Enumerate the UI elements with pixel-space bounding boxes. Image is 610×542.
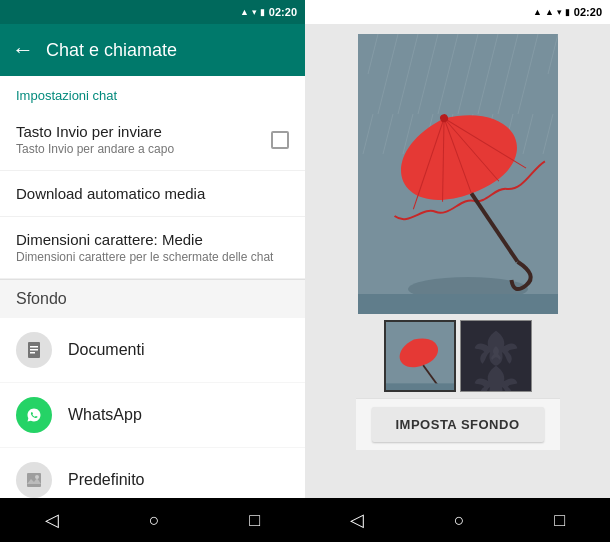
section-sfondo: Sfondo bbox=[0, 279, 305, 318]
source-whatsapp[interactable]: WhatsApp bbox=[0, 383, 305, 448]
setting-tasto-invio-title: Tasto Invio per inviare bbox=[16, 123, 271, 140]
svg-rect-45 bbox=[358, 294, 558, 314]
home-nav-left[interactable]: ○ bbox=[141, 502, 168, 539]
source-documenti[interactable]: Documenti bbox=[0, 318, 305, 383]
source-documenti-label: Documenti bbox=[68, 341, 144, 359]
toolbar-title: Chat e chiamate bbox=[46, 40, 177, 61]
thumbnail-row bbox=[378, 314, 538, 398]
setting-tasto-invio[interactable]: Tasto Invio per inviare Tasto Invio per … bbox=[0, 109, 305, 171]
thumbnail-damask-svg bbox=[461, 321, 531, 391]
section-impostazioni: Impostazioni chat bbox=[0, 76, 305, 109]
svg-rect-48 bbox=[386, 383, 454, 390]
set-button-area: IMPOSTA SFONDO bbox=[356, 398, 560, 450]
svg-rect-2 bbox=[30, 349, 38, 351]
source-whatsapp-label: WhatsApp bbox=[68, 406, 142, 424]
wallpaper-area: IMPOSTA SFONDO bbox=[305, 24, 610, 498]
back-button[interactable]: ← bbox=[12, 37, 34, 63]
umbrella-svg bbox=[358, 34, 558, 314]
svg-point-7 bbox=[35, 475, 39, 479]
docs-icon-bg bbox=[16, 332, 52, 368]
whatsapp-icon bbox=[23, 404, 45, 426]
right-panel: ▲ ▲ ▾ ▮ 02:20 bbox=[305, 0, 610, 542]
back-nav-left[interactable]: ◁ bbox=[37, 501, 67, 539]
settings-list: Impostazioni chat Tasto Invio per inviar… bbox=[0, 76, 305, 498]
status-bar-left: ▲ ▾ ▮ 02:20 bbox=[0, 0, 305, 24]
svg-rect-3 bbox=[30, 352, 35, 354]
status-bar-right: ▲ ▲ ▾ ▮ 02:20 bbox=[305, 0, 610, 24]
docs-icon bbox=[24, 340, 44, 360]
thumbnail-umbrella[interactable] bbox=[384, 320, 456, 392]
sfondo-label: Sfondo bbox=[16, 290, 67, 307]
setting-dimensioni-title: Dimensioni carattere: Medie bbox=[16, 231, 289, 248]
nav-bar-right: ◁ ○ □ bbox=[305, 498, 610, 542]
thumbnail-damask[interactable] bbox=[460, 320, 532, 392]
setting-download-title: Download automatico media bbox=[16, 185, 289, 202]
back-nav-right[interactable]: ◁ bbox=[342, 501, 372, 539]
wifi-icon-right: ▾ bbox=[557, 7, 562, 17]
setting-tasto-invio-content: Tasto Invio per inviare Tasto Invio per … bbox=[16, 123, 271, 156]
battery-icon-right: ▮ bbox=[565, 7, 570, 17]
battery-icon: ▮ bbox=[260, 7, 265, 17]
left-panel: ▲ ▾ ▮ 02:20 ← Chat e chiamate Impostazio… bbox=[0, 0, 305, 542]
predefinito-icon-bg bbox=[16, 462, 52, 498]
status-icons-left: ▲ ▾ ▮ bbox=[240, 7, 265, 17]
toolbar: ← Chat e chiamate bbox=[0, 24, 305, 76]
wifi-icon: ▾ bbox=[252, 7, 257, 17]
svg-rect-5 bbox=[27, 473, 41, 487]
signal-icon: ▲ bbox=[240, 7, 249, 17]
status-icons-right: ▲ ▲ ▾ ▮ bbox=[533, 7, 570, 17]
setting-download-content: Download automatico media bbox=[16, 185, 289, 202]
setting-dimensioni-content: Dimensioni carattere: Medie Dimensioni c… bbox=[16, 231, 289, 264]
home-nav-right[interactable]: ○ bbox=[446, 502, 473, 539]
thumbnail-umbrella-svg bbox=[386, 322, 454, 390]
setting-dimensioni-subtitle: Dimensioni carattere per le schermate de… bbox=[16, 250, 289, 264]
signal-icon-right: ▲ bbox=[545, 7, 554, 17]
setting-tasto-invio-subtitle: Tasto Invio per andare a capo bbox=[16, 142, 271, 156]
wallpaper-preview bbox=[358, 34, 558, 314]
recent-nav-right[interactable]: □ bbox=[546, 502, 573, 539]
recent-nav-left[interactable]: □ bbox=[241, 502, 268, 539]
predefinito-icon bbox=[24, 470, 44, 490]
time-right: 02:20 bbox=[574, 6, 602, 18]
source-predefinito-label: Predefinito bbox=[68, 471, 145, 489]
tasto-invio-checkbox[interactable] bbox=[271, 131, 289, 149]
notification-icon: ▲ bbox=[533, 7, 542, 17]
setting-dimensioni[interactable]: Dimensioni carattere: Medie Dimensioni c… bbox=[0, 217, 305, 279]
svg-rect-1 bbox=[30, 346, 38, 348]
setting-download[interactable]: Download automatico media bbox=[0, 171, 305, 217]
nav-bar-left: ◁ ○ □ bbox=[0, 498, 305, 542]
set-wallpaper-button[interactable]: IMPOSTA SFONDO bbox=[372, 407, 544, 442]
time-left: 02:20 bbox=[269, 6, 297, 18]
source-predefinito[interactable]: Predefinito bbox=[0, 448, 305, 498]
whatsapp-icon-bg bbox=[16, 397, 52, 433]
